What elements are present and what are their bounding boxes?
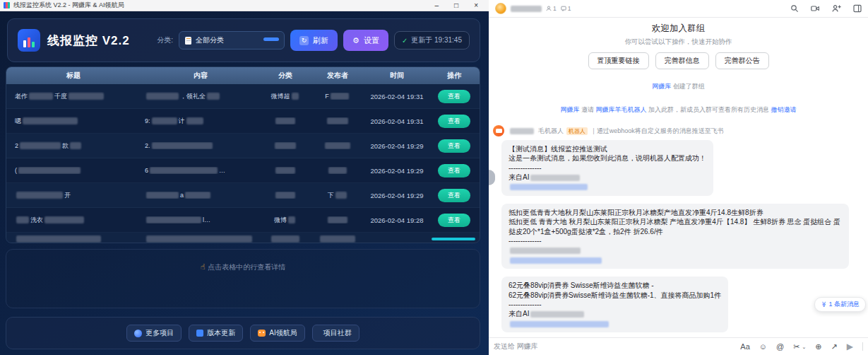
system-link[interactable]: 网赚库 xyxy=(560,106,579,113)
group-name-redacted xyxy=(511,6,542,12)
welcome-action-button[interactable]: 置顶重要链接 xyxy=(588,52,649,69)
message-bubble[interactable]: 62元叠88vip消费券 Swisse斯维诗益生菌软糖 -62元叠88vip消费… xyxy=(501,277,728,332)
horizontal-scrollbar[interactable] xyxy=(432,238,475,240)
redacted-text xyxy=(328,216,347,223)
footer-button-globe[interactable]: 更多项目 xyxy=(126,325,182,342)
message-bubble[interactable]: 【测试消息】线报监控推送测试这是一条测试消息，如果您收到此消息，说明机器人配置成… xyxy=(501,140,713,196)
member-count-badge[interactable]: 1 xyxy=(546,5,557,12)
system-link[interactable]: 网赚库 xyxy=(652,83,671,90)
message-line: 【测试消息】线报监控推送测试 xyxy=(509,144,706,153)
text-fragment: l… xyxy=(203,216,210,223)
footer-button-community[interactable]: 项目社群 xyxy=(312,325,359,342)
text-fragment: ( xyxy=(15,167,17,174)
redacted-text xyxy=(16,235,101,243)
view-button[interactable]: 查看 xyxy=(438,189,470,202)
message-bubble[interactable]: 抵扣更低青青大地秋月梨山东莱阳正宗秋月冰糖梨产地直发净重4斤14.8生鲜8折券抵… xyxy=(501,204,849,269)
system-text: 加入此群，新成员入群可查看所有历史消息 xyxy=(647,106,771,113)
cell-time: 2026-02-04 19:31 xyxy=(365,93,429,100)
plus-icon[interactable]: ⊕ xyxy=(815,343,821,351)
cell-redacted xyxy=(6,235,141,243)
message-input-bar[interactable]: 发送给 网赚库 Aa☺@✂⌄⊕↗▶ xyxy=(489,337,868,355)
redacted-text xyxy=(327,117,348,124)
table-row[interactable]: 嗯9:计2026-02-04 19:31查看 xyxy=(6,109,480,134)
redacted-text xyxy=(325,142,350,149)
table-row[interactable]: (6…2026-02-04 19:29查看 xyxy=(6,158,480,183)
table-row[interactable]: 老作千度，领礼全微博超F2026-02-04 19:31查看 xyxy=(6,84,480,109)
view-button[interactable]: 查看 xyxy=(438,164,470,178)
cell-title: 开 xyxy=(6,191,141,200)
thread-count-badge[interactable]: 1 xyxy=(561,5,571,12)
welcome-action-button[interactable]: 完善群公告 xyxy=(715,52,769,69)
table-row[interactable]: 2款2.2026-02-04 19:29查看 xyxy=(6,134,480,158)
text-fragment: -------------- xyxy=(509,301,542,308)
redacted-text xyxy=(146,192,179,199)
robot-icon xyxy=(258,330,266,337)
page-title: 线报监控 V2.2 xyxy=(47,33,130,49)
cell-category xyxy=(261,192,310,199)
view-button[interactable]: 查看 xyxy=(438,139,470,153)
table-row[interactable]: 洗衣l…微博2026-02-04 19:28查看 xyxy=(6,208,480,233)
redacted-text xyxy=(16,192,63,199)
redacted-text xyxy=(44,216,84,223)
chevron-down-icon[interactable]: ⌄ xyxy=(802,344,806,349)
video-call-icon[interactable] xyxy=(811,4,820,13)
group-avatar[interactable] xyxy=(495,3,506,14)
updated-status-badge: ✓ 更新于 19:31:45 xyxy=(394,31,470,50)
emoji-icon[interactable]: ☺ xyxy=(759,343,767,351)
search-icon[interactable] xyxy=(790,4,799,13)
new-message-pill[interactable]: ≫ 1 条新消息 xyxy=(814,297,866,312)
table-row[interactable]: 开a下2026-02-04 19:29查看 xyxy=(6,183,480,208)
redacted-text xyxy=(146,235,252,243)
cell-time: 2026-02-04 19:31 xyxy=(365,117,429,125)
text-fragment: 洗衣 xyxy=(30,216,43,223)
refresh-button[interactable]: ↻ 刷新 xyxy=(290,30,338,51)
column-header: 操作 xyxy=(429,71,480,81)
redacted-text xyxy=(146,216,201,223)
table-row-partial[interactable] xyxy=(6,233,480,243)
monitor-window: 线报监控系统 V2.2 - 网赚库 & AI领航局 – □ × 线报监控 V2.… xyxy=(0,0,489,355)
welcome-action-button[interactable]: 完善群信息 xyxy=(655,52,709,69)
format-icon[interactable]: Aa xyxy=(740,343,749,351)
minimize-button[interactable]: – xyxy=(435,2,439,9)
text-fragment: 这是一条测试消息，如果您收到此消息，说明机器人配置成功！ xyxy=(509,154,706,162)
monitor-header: 线报监控 V2.2 分类: 全部分类 ↻ 刷新 ⚙ 设置 ✓ xyxy=(7,18,480,62)
cell-title: 洗衣 xyxy=(6,216,141,225)
redacted-text xyxy=(275,192,295,199)
window-titlebar: 线报监控系统 V2.2 - 网赚库 & AI领航局 – □ × xyxy=(0,0,489,11)
welcome-title: 欢迎加入群组 xyxy=(489,23,868,35)
cell-action: 查看 xyxy=(429,139,480,153)
close-button[interactable]: × xyxy=(474,2,478,9)
gear-icon: ⚙ xyxy=(352,36,359,45)
view-button[interactable]: 查看 xyxy=(438,214,470,227)
category-select[interactable]: 全部分类 xyxy=(179,31,285,50)
category-select-value: 全部分类 xyxy=(196,35,224,45)
system-link[interactable]: 撤销邀请 xyxy=(771,106,797,113)
person-icon xyxy=(546,6,552,11)
system-link[interactable]: 网赚库羊毛机器人 xyxy=(596,106,647,113)
column-header: 时间 xyxy=(365,71,429,81)
bot-avatar[interactable] xyxy=(493,125,504,136)
mention-icon[interactable]: @ xyxy=(776,343,784,351)
redacted-text xyxy=(331,93,349,100)
footer-toolbar: 更多项目版本更新AI领航局项目社群 xyxy=(6,317,480,349)
text-fragment: ，领礼全 xyxy=(180,93,206,100)
cell-content: 2. xyxy=(141,142,261,150)
cell-publisher xyxy=(310,167,365,175)
send-icon[interactable]: ▶ xyxy=(847,342,853,351)
cell-action: 查看 xyxy=(429,90,480,103)
screenshot-icon[interactable]: ✂ xyxy=(793,343,799,351)
footer-button-robot[interactable]: AI领航局 xyxy=(250,325,304,342)
view-button[interactable]: 查看 xyxy=(438,115,470,128)
column-header: 内容 xyxy=(141,71,261,81)
update-icon xyxy=(196,330,203,337)
system-text: 创建了群组 xyxy=(671,83,705,90)
footer-button-update[interactable]: 版本更新 xyxy=(189,325,243,342)
sidebar-panel-icon[interactable] xyxy=(853,4,862,13)
expand-icon[interactable]: ↗ xyxy=(831,343,838,351)
redacted-text xyxy=(335,192,347,199)
maximize-button[interactable]: □ xyxy=(454,2,458,9)
text-fragment: a xyxy=(180,192,184,199)
add-member-icon[interactable] xyxy=(832,4,841,13)
view-button[interactable]: 查看 xyxy=(438,90,470,103)
settings-button[interactable]: ⚙ 设置 xyxy=(343,30,388,51)
